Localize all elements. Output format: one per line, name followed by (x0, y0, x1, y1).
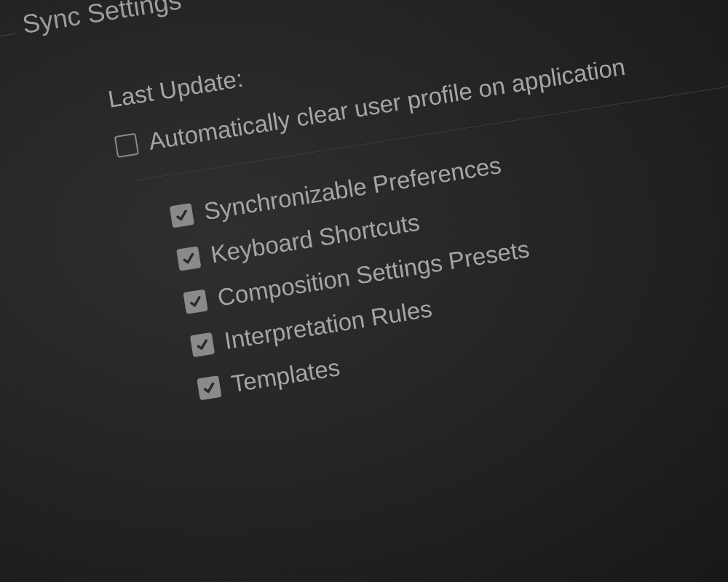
checkmark-icon (173, 207, 190, 224)
checkmark-icon (194, 337, 211, 354)
sync-pref-checkbox[interactable] (170, 203, 194, 228)
sync-pref-checkbox[interactable] (183, 290, 207, 314)
checkmark-icon (181, 250, 197, 267)
sync-pref-checkbox[interactable] (197, 375, 221, 400)
sync-pref-checkbox[interactable] (176, 246, 201, 271)
auto-clear-checkbox[interactable] (114, 133, 139, 158)
sync-pref-label: Templates (229, 354, 341, 398)
panel-title-text: Sync Settings (20, 0, 183, 39)
checkmark-icon (201, 380, 218, 396)
checkmark-icon (187, 293, 204, 310)
sync-pref-checkbox[interactable] (190, 332, 215, 357)
